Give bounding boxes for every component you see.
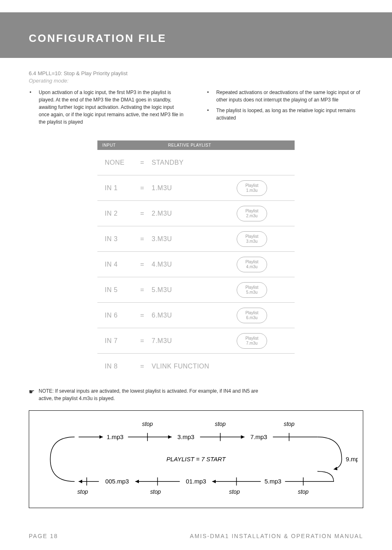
dia-stop-top-3: stop: [284, 421, 295, 427]
bullet-text: The playlist is looped, as long as the r…: [216, 107, 363, 122]
table-cell-equals: =: [133, 261, 152, 268]
page-title: CONFIGURATION FILE: [29, 32, 392, 45]
table-header-input: INPUT: [102, 143, 152, 147]
badge-line1: Playlist: [245, 183, 258, 188]
playlist-badge: Playlist7.m3u: [237, 333, 267, 349]
flow-diagram: stop stop stop 1.mp3 3.mp3 7.mp3 9.mp3 P…: [29, 410, 363, 508]
table-cell-badge: Playlist2.m3u: [209, 206, 295, 221]
playlist-badge: Playlist1.m3u: [237, 180, 267, 196]
badge-line2: 1.m3u: [245, 188, 258, 193]
section-subheading: Operating mode:: [29, 78, 363, 84]
table-cell-input: IN 7: [97, 337, 133, 345]
badge-line1: Playlist: [245, 209, 258, 214]
table-cell-equals: =: [133, 312, 152, 319]
bullet-col-left: Upon activation of a logic input, the fi…: [29, 89, 186, 129]
footer-manual: AMIS-DMA1 INSTALLATION & OPERATION MANUA…: [190, 533, 363, 539]
note-row: ☛ NOTE: If several inputs are activated,…: [29, 387, 363, 402]
playlist-badge: Playlist3.m3u: [237, 231, 267, 247]
bullet-col-right: Repeated activations or deactivations of…: [206, 89, 363, 129]
table-row: IN 6=6.M3UPlaylist6.m3u: [97, 303, 295, 328]
table-cell-badge: Playlist3.m3u: [209, 231, 295, 247]
table-header: INPUT RELATIVE PLAYLIST: [97, 140, 295, 150]
table-row: NONE=STANDBY: [97, 150, 295, 175]
table-cell-input: IN 4: [97, 261, 133, 268]
bullet-item: Repeated activations or deactivations of…: [206, 89, 363, 104]
table-cell-input: IN 5: [97, 286, 133, 294]
playlist-table: INPUT RELATIVE PLAYLIST NONE=STANDBYIN 1…: [97, 140, 295, 379]
table-cell-equals: =: [133, 159, 152, 166]
table-cell-badge: Playlist4.m3u: [209, 257, 295, 272]
page-content: 6.4 MPLL=10: Stop & Play Priority playli…: [0, 58, 392, 508]
table-cell-equals: =: [133, 337, 152, 345]
table-cell-input: IN 1: [97, 184, 133, 192]
table-cell-equals: =: [133, 184, 152, 192]
bullet-item: Upon activation of a logic input, the fi…: [29, 89, 186, 126]
table-cell-equals: =: [133, 363, 152, 370]
dia-stop-bot-2: stop: [150, 489, 161, 495]
badge-line1: Playlist: [245, 285, 258, 290]
page-header: CONFIGURATION FILE: [0, 12, 392, 58]
badge-line1: Playlist: [245, 311, 258, 315]
table-cell-input: IN 6: [97, 312, 133, 319]
table-row: IN 5=5.M3UPlaylist5.m3u: [97, 277, 295, 303]
dia-node-9mp3: 9.mp3: [346, 456, 358, 463]
table-cell-playlist: 2.M3U: [152, 210, 209, 217]
playlist-badge: Playlist5.m3u: [237, 282, 267, 298]
badge-line2: 4.m3u: [245, 265, 258, 269]
bullet-text: Upon activation of a logic input, the fi…: [39, 89, 186, 126]
table-row: IN 3=3.M3UPlaylist3.m3u: [97, 226, 295, 252]
table-cell-equals: =: [133, 235, 152, 243]
table-cell-playlist: 5.M3U: [152, 286, 209, 294]
table-row: IN 1=1.M3UPlaylist1.m3u: [97, 175, 295, 201]
dia-stop-bot-4: stop: [298, 489, 309, 495]
playlist-badge: Playlist6.m3u: [237, 308, 267, 323]
table-body: NONE=STANDBYIN 1=1.M3UPlaylist1.m3uIN 2=…: [97, 150, 295, 379]
table-cell-playlist: 4.M3U: [152, 261, 209, 268]
badge-line2: 5.m3u: [245, 290, 258, 295]
table-cell-input: IN 3: [97, 235, 133, 243]
note-icon: ☛: [29, 387, 35, 397]
dia-stop-bot-1: stop: [77, 489, 88, 495]
table-row: IN 4=4.M3UPlaylist4.m3u: [97, 252, 295, 277]
badge-line1: Playlist: [245, 336, 258, 341]
table-cell-badge: Playlist7.m3u: [209, 333, 295, 349]
dia-center-label: PLAYLIST = 7 START: [166, 456, 226, 463]
dia-node-3mp3: 3.mp3: [178, 434, 194, 440]
bullet-columns: Upon activation of a logic input, the fi…: [29, 89, 363, 129]
table-cell-badge: Playlist1.m3u: [209, 180, 295, 196]
section-heading: 6.4 MPLL=10: Stop & Play Priority playli…: [29, 70, 363, 76]
badge-line2: 7.m3u: [245, 341, 258, 346]
dia-node-01mp3: 01.mp3: [186, 478, 206, 485]
dia-node-1mp3: 1.mp3: [106, 434, 123, 440]
table-cell-playlist: STANDBY: [152, 159, 209, 166]
playlist-badge: Playlist2.m3u: [237, 206, 267, 221]
table-row: IN 2=2.M3UPlaylist2.m3u: [97, 201, 295, 226]
table-cell-equals: =: [133, 210, 152, 217]
page-footer: PAGE 18 AMIS-DMA1 INSTALLATION & OPERATI…: [0, 533, 392, 539]
table-cell-input: IN 8: [97, 363, 133, 370]
table-cell-badge: Playlist6.m3u: [209, 308, 295, 323]
playlist-badge: Playlist4.m3u: [237, 257, 267, 272]
dia-node-5mp3: 5.mp3: [265, 478, 281, 485]
table-cell-badge: Playlist5.m3u: [209, 282, 295, 298]
table-cell-playlist: VLINK FUNCTION: [152, 363, 242, 370]
dia-stop-top-2: stop: [215, 421, 226, 427]
badge-line2: 2.m3u: [245, 214, 258, 219]
table-cell-input: NONE: [97, 159, 133, 166]
badge-line1: Playlist: [245, 260, 258, 265]
note-text: NOTE: If several inputs are activated, t…: [39, 387, 269, 402]
table-header-playlist: RELATIVE PLAYLIST: [152, 143, 290, 147]
table-cell-playlist: 6.M3U: [152, 312, 209, 319]
dia-stop-top-1: stop: [142, 421, 153, 427]
table-cell-input: IN 2: [97, 210, 133, 217]
dia-node-005mp3: 005.mp3: [105, 478, 129, 485]
table-row: IN 8=VLINK FUNCTION: [97, 354, 295, 379]
footer-page: PAGE 18: [29, 533, 58, 539]
table-cell-playlist: 7.M3U: [152, 337, 209, 345]
table-cell-equals: =: [133, 286, 152, 294]
dia-stop-bot-3: stop: [229, 489, 240, 495]
dia-node-7mp3: 7.mp3: [250, 434, 267, 440]
badge-line2: 6.m3u: [245, 315, 258, 320]
table-row: IN 7=7.M3UPlaylist7.m3u: [97, 328, 295, 354]
badge-line2: 3.m3u: [245, 239, 258, 244]
